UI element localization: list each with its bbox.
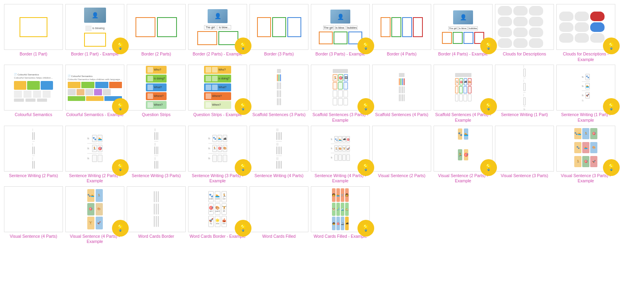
lightbulb-badge: 💡 (604, 39, 618, 53)
label-question-strips: Question Strips (142, 112, 171, 118)
item-border-3-parts[interactable]: Border (3 Parts) (249, 4, 308, 62)
label-sentence-writing-3: Sentence Writing (3 Parts) (132, 173, 181, 179)
label-sentence-writing-2: Sentence Writing (2 Parts) (9, 173, 58, 179)
label-word-cards-border: Word Cards Border (138, 234, 174, 239)
label-border-2-parts: Border (2 Parts) (141, 51, 171, 57)
item-border-4-parts-example[interactable]: 👤 The girl is blow. bubbles 💡Border (4 P… (434, 4, 493, 62)
lightbulb-badge: 💡 (604, 160, 618, 175)
item-scaffold-sentences-3-example[interactable]: 🏃 🎯 🖼 💡Scaffold Sentences (3 Parts) - Ex… (311, 65, 370, 123)
label-word-cards-filled-example: Word Cards Filled - Example (314, 234, 367, 239)
item-question-strips-example[interactable]: Who? is doing? What? Where? (188, 65, 247, 123)
item-word-cards-border[interactable]: Word Cards Border (127, 186, 186, 245)
label-scaffold-sentences-3-example: Scaffold Sentences (3 Parts) - Example (311, 112, 370, 123)
label-visual-sentence-2-example: Visual Sentence (2 Parts) - Example (434, 173, 493, 184)
label-border-2-parts-example: Border (2 Parts) - Example (193, 51, 243, 57)
label-border-3-parts: Border (3 Parts) (264, 51, 294, 57)
item-scaffold-sentences-4[interactable]: Scaffold Sentences (4 Parts) (372, 65, 431, 123)
label-colourful-semantics-example: Colourful Semantics - Example (66, 112, 124, 118)
item-word-cards-border-example[interactable]: 🐾walk🏊swim🏃run🎯aim🎨paint🏋lift🚀fly🌟star🎪f… (188, 186, 247, 245)
item-sentence-writing-2-example[interactable]: S: 🐾 🏊 S: 🏃 🎯 S: 💡Sentence Writing (2 Pa… (65, 126, 124, 184)
label-word-cards-filled: Word Cards Filled (262, 234, 296, 239)
item-border-1-part[interactable]: Border (1 Part) (4, 4, 63, 62)
lightbulb-badge: 💡 (113, 221, 128, 235)
label-visual-sentence-3: Visual Sentence (3 Parts) (501, 173, 548, 179)
label-clouds-descriptions-example: Clouds for Descriptions - Example (556, 51, 615, 62)
label-border-1-part-example: Border (1 Part) - Example (71, 51, 119, 57)
thumbnail-vs3 (495, 126, 554, 172)
thumbnail-scaf4 (372, 65, 431, 111)
item-sentence-writing-3[interactable]: Sentence Writing (3 Parts) (127, 126, 186, 184)
thumbnail-vs4 (4, 186, 63, 232)
item-border-4-parts[interactable]: Border (4 Parts) (372, 4, 431, 62)
item-border-1-part-example[interactable]: 👤 is blowing 💡Border (1 Part) - Example (65, 4, 124, 62)
lightbulb-badge: 💡 (359, 221, 373, 235)
label-border-4-parts-example: Border (4 Parts) - Example (438, 51, 488, 57)
lightbulb-badge: 💡 (236, 99, 250, 114)
label-visual-sentence-4-example: Visual Sentence (4 Parts) - Example (65, 234, 124, 245)
label-border-4-parts: Border (4 Parts) (387, 51, 417, 57)
item-word-cards-filled-example[interactable]: 🧑 🏊 🛒 👩 🐕 🎾 🌊 🏡 🧒 🎯 🚢 🏙 💡W (311, 186, 370, 245)
item-sentence-writing-1-example[interactable]: S: 🐾 S: 🏊 S: 🚀 S: 💡Sentence Writing (1 P… (556, 65, 615, 123)
label-sentence-writing-4: Sentence Writing (4 Parts) (255, 173, 304, 179)
label-colourful-semantics: Colourful Semantics (15, 112, 52, 118)
thumbnail-border4 (372, 4, 431, 50)
label-sentence-writing-1-example: Sentence Writing (1 Part) - Example (556, 112, 615, 123)
item-visual-sentence-3-example[interactable]: 🐾🏊 🏃 🎯 🐾 🏊 🎨 🏃 🎯 🚀 💡Visual Sentence (3 P… (556, 126, 615, 184)
label-word-cards-border-example: Word Cards Border - Example (190, 234, 245, 239)
item-question-strips[interactable]: Who? is doing? What? Where? When? Questi… (127, 65, 186, 123)
item-visual-sentence-2-example[interactable]: 🐾 🏊 🏃 🎯 💡Visual Sentence (2 Parts) - Exa… (434, 126, 493, 184)
lightbulb-badge: 💡 (236, 39, 250, 53)
label-question-strips-example: Question Strips - Example (193, 112, 242, 118)
label-border-1-part: Border (1 Part) (20, 51, 47, 57)
thumbnail-sw4 (249, 126, 308, 172)
thumbnail-scaf3 (249, 65, 308, 111)
item-visual-sentence-3[interactable]: Visual Sentence (3 Parts) (495, 126, 554, 184)
lightbulb-badge: 💡 (113, 39, 128, 53)
label-clouds-descriptions: Clouds for Descriptions (503, 51, 546, 57)
item-sentence-writing-1[interactable]: S: Sentence Writing (1 Part) (495, 65, 554, 123)
item-visual-sentence-4-example[interactable]: 🐾🏊 🏃 🎯 🎨 🏋 🚀 💡Visual Sentence (4 Parts) … (65, 186, 124, 245)
thumbnail-border2 (127, 4, 186, 50)
label-scaffold-sentences-4-example: Scaffold Sentences (4 Parts) - Example (434, 112, 493, 123)
item-sentence-writing-2[interactable]: Sentence Writing (2 Parts) (4, 126, 63, 184)
lightbulb-badge: 💡 (359, 160, 373, 175)
resource-grid: Border (1 Part) 👤 is blowing 💡Border (1 … (4, 4, 640, 245)
item-border-2-parts-example[interactable]: 👤 The girl is blow... 💡Border (2 Parts) … (188, 4, 247, 62)
item-sentence-writing-4-example[interactable]: S: 🐾 🏊 🏙 🎯 S: 🏃 🎨 🏋 🚀 S: (311, 126, 370, 184)
thumbnail-wcb (127, 186, 186, 232)
lightbulb-badge: 💡 (481, 160, 496, 175)
item-border-3-parts-example[interactable]: 👤 The girl is blow. bubbles 💡Border (3 P… (311, 4, 370, 62)
item-clouds-descriptions-example[interactable]: 💡Clouds for Descriptions - Example (556, 4, 615, 62)
lightbulb-badge: 💡 (236, 221, 250, 235)
lightbulb-badge: 💡 (481, 99, 496, 114)
label-sentence-writing-4-example: Sentence Writing (4 Parts) - Example (311, 173, 370, 184)
label-sentence-writing-3-example: Sentence Writing (3 Parts) - Example (188, 173, 247, 184)
label-scaffold-sentences-3: Scaffold Sentences (3 Parts) (252, 112, 305, 118)
thumbnail-border1 (4, 4, 63, 50)
thumbnail-wcf (249, 186, 308, 232)
lightbulb-badge: 💡 (113, 160, 128, 175)
item-visual-sentence-2[interactable]: Visual Sentence (2 Parts) (372, 126, 431, 184)
item-word-cards-filled[interactable]: Word Cards Filled (249, 186, 308, 245)
lightbulb-badge: 💡 (359, 39, 373, 53)
label-sentence-writing-2-example: Sentence Writing (2 Parts) - Example (65, 173, 124, 184)
item-sentence-writing-4[interactable]: Sentence Writing (4 Parts) (249, 126, 308, 184)
item-sentence-writing-3-example[interactable]: S: 🐾 🏊 🏙 S: 🏃 🎯 🎨 S: 💡Sentenc (188, 126, 247, 184)
label-scaffold-sentences-4: Scaffold Sentences (4 Parts) (375, 112, 428, 118)
lightbulb-badge: 💡 (604, 99, 618, 114)
thumbnail-border3 (249, 4, 308, 50)
thumbnail-cs: 📄 Colourful Semantics Colourful Semantic… (4, 65, 63, 111)
thumbnail-sw1: S: (495, 65, 554, 111)
item-clouds-descriptions[interactable]: Clouds for Descriptions (495, 4, 554, 62)
thumbnail-clouds (495, 4, 554, 50)
thumbnail-qs: Who? is doing? What? Where? When? (127, 65, 186, 111)
label-sentence-writing-1: Sentence Writing (1 Part) (501, 112, 548, 118)
item-colourful-semantics-example[interactable]: 📄 Colourful Semantics Colourful Semantic… (65, 65, 124, 123)
item-border-2-parts[interactable]: Border (2 Parts) (127, 4, 186, 62)
item-colourful-semantics[interactable]: 📄 Colourful Semantics Colourful Semantic… (4, 65, 63, 123)
lightbulb-badge: 💡 (113, 99, 128, 114)
item-scaffold-sentences-3[interactable]: Scaffold Sentences (3 Parts) (249, 65, 308, 123)
item-visual-sentence-4[interactable]: Visual Sentence (4 Parts) (4, 186, 63, 245)
label-visual-sentence-2: Visual Sentence (2 Parts) (378, 173, 426, 179)
item-scaffold-sentences-4-example[interactable]: 🏃 🎯 🏙 🎨 💡Scaffold Sentences (4 Parts) - … (434, 65, 493, 123)
